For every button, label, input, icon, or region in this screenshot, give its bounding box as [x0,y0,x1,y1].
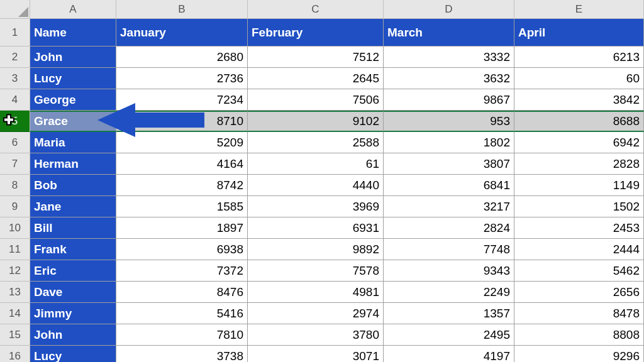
row-header-3[interactable]: 3 [0,68,30,89]
row-header-5[interactable]: 5 [0,111,30,132]
column-header-e[interactable]: E [514,0,644,19]
cell[interactable]: 8742 [116,175,248,196]
cell[interactable]: 2680 [116,47,248,68]
cell[interactable]: 2736 [116,68,248,89]
cell[interactable]: 8478 [514,303,644,324]
cell[interactable]: 1585 [116,196,248,217]
cell[interactable]: 2453 [514,217,644,239]
cell[interactable]: 9296 [514,346,644,362]
cell[interactable]: 8710 [116,111,248,132]
cell[interactable]: 7810 [116,324,248,346]
cell[interactable]: 5209 [116,132,248,153]
cell[interactable]: 7578 [248,260,384,282]
header-name[interactable]: Name [30,19,116,47]
cell-name[interactable]: Bill [30,217,116,239]
column-header-c[interactable]: C [248,0,384,19]
cell[interactable]: 3807 [384,153,514,175]
cell[interactable]: 953 [384,111,514,132]
cell[interactable]: 6942 [514,132,644,153]
cell[interactable]: 9343 [384,260,514,282]
cell[interactable]: 3217 [384,196,514,217]
cell[interactable]: 61 [248,153,384,175]
row-header-10[interactable]: 10 [0,217,30,239]
row-header-8[interactable]: 8 [0,175,30,196]
row-header-14[interactable]: 14 [0,303,30,324]
cell[interactable]: 5416 [116,303,248,324]
cell-name[interactable]: Jane [30,196,116,217]
cell-name[interactable]: Lucy [30,346,116,362]
cell-name[interactable]: Bob [30,175,116,196]
cell[interactable]: 9892 [248,239,384,260]
cell[interactable]: 3842 [514,89,644,111]
cell[interactable]: 8476 [116,282,248,303]
cell[interactable]: 1357 [384,303,514,324]
cell[interactable]: 6938 [116,239,248,260]
cell[interactable]: 3071 [248,346,384,362]
cell[interactable]: 4197 [384,346,514,362]
cell[interactable]: 1502 [514,196,644,217]
cell-name[interactable]: Dave [30,282,116,303]
cell[interactable]: 7372 [116,260,248,282]
cell[interactable]: 6841 [384,175,514,196]
cell-name[interactable]: Lucy [30,68,116,89]
cell-name[interactable]: Grace [30,111,116,132]
column-header-b[interactable]: B [116,0,248,19]
select-all-corner[interactable] [0,0,30,19]
cell[interactable]: 2588 [248,132,384,153]
row-header-13[interactable]: 13 [0,282,30,303]
header-april[interactable]: April [514,19,644,47]
cell[interactable]: 7512 [248,47,384,68]
cell[interactable]: 2828 [514,153,644,175]
row-header-12[interactable]: 12 [0,260,30,282]
cell[interactable]: 9867 [384,89,514,111]
cell[interactable]: 4440 [248,175,384,196]
row-header-2[interactable]: 2 [0,47,30,68]
cell[interactable]: 7748 [384,239,514,260]
cell[interactable]: 6931 [248,217,384,239]
column-header-d[interactable]: D [384,0,514,19]
cell-name[interactable]: Jimmy [30,303,116,324]
cell[interactable]: 3738 [116,346,248,362]
cell[interactable]: 4164 [116,153,248,175]
cell-name[interactable]: George [30,89,116,111]
row-header-6[interactable]: 6 [0,132,30,153]
cell[interactable]: 2656 [514,282,644,303]
cell[interactable]: 2974 [248,303,384,324]
row-header-1[interactable]: 1 [0,19,30,47]
header-february[interactable]: February [248,19,384,47]
cell[interactable]: 9102 [248,111,384,132]
cell[interactable]: 8688 [514,111,644,132]
column-header-a[interactable]: A [30,0,116,19]
cell[interactable]: 3780 [248,324,384,346]
cell[interactable]: 3332 [384,47,514,68]
cell[interactable]: 2495 [384,324,514,346]
cell[interactable]: 60 [514,68,644,89]
cell[interactable]: 2645 [248,68,384,89]
header-march[interactable]: March [384,19,514,47]
cell[interactable]: 2824 [384,217,514,239]
cell[interactable]: 2249 [384,282,514,303]
cell[interactable]: 8808 [514,324,644,346]
cell[interactable]: 3969 [248,196,384,217]
cell[interactable]: 1149 [514,175,644,196]
row-header-11[interactable]: 11 [0,239,30,260]
cell[interactable]: 5462 [514,260,644,282]
cell-name[interactable]: John [30,47,116,68]
cell[interactable]: 1802 [384,132,514,153]
row-header-4[interactable]: 4 [0,89,30,111]
row-header-7[interactable]: 7 [0,153,30,175]
row-header-15[interactable]: 15 [0,324,30,346]
cell-name[interactable]: John [30,324,116,346]
cell[interactable]: 6213 [514,47,644,68]
cell[interactable]: 3632 [384,68,514,89]
cell-name[interactable]: Maria [30,132,116,153]
cell[interactable]: 1897 [116,217,248,239]
cell-name[interactable]: Herman [30,153,116,175]
cell[interactable]: 2444 [514,239,644,260]
cell[interactable]: 7234 [116,89,248,111]
cell-name[interactable]: Eric [30,260,116,282]
row-header-16[interactable]: 16 [0,346,30,362]
cell-name[interactable]: Frank [30,239,116,260]
cell[interactable]: 4981 [248,282,384,303]
row-header-9[interactable]: 9 [0,196,30,217]
